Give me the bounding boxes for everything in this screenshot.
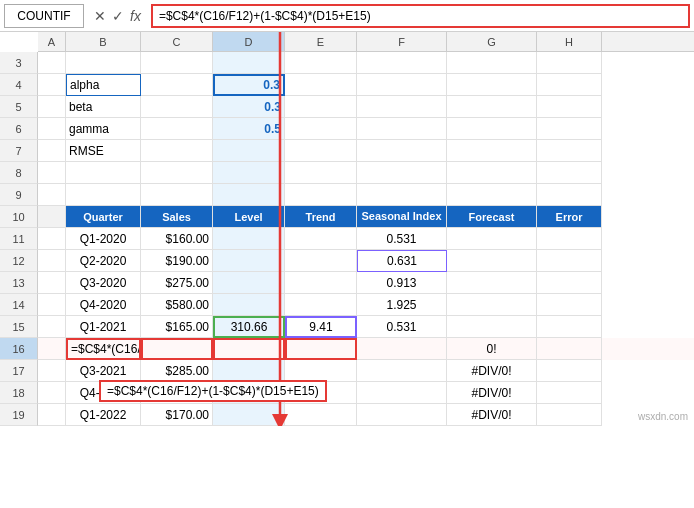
cell-3f	[357, 52, 447, 74]
table-row: 10 Quarter Sales Level Trend Seasonal In…	[0, 206, 694, 228]
cell-8h	[537, 162, 602, 184]
row-num: 6	[0, 118, 38, 140]
cell-14f: 1.925	[357, 294, 447, 316]
cell-17c: $285.00	[141, 360, 213, 382]
cell-7a	[38, 140, 66, 162]
cell-10c-sales: Sales	[141, 206, 213, 228]
cell-14g	[447, 294, 537, 316]
cell-4d[interactable]: 0.3	[213, 74, 285, 96]
cell-19g-error: #DIV/0!	[447, 404, 537, 426]
formula-tooltip-box: =$C$4*(C16/F12)+(1-$C$4)*(D15+E15)	[99, 380, 327, 402]
cell-3a	[38, 52, 66, 74]
table-row: 19 Q1-2022 $170.00 #DIV/0!	[0, 404, 694, 426]
cell-14h	[537, 294, 602, 316]
cell-5d[interactable]: 0.3	[213, 96, 285, 118]
col-header-d: D	[213, 32, 285, 51]
cell-11h	[537, 228, 602, 250]
cell-7d	[213, 140, 285, 162]
table-row: 16 =$C$4*(C16/F12)+(1-$C$4)*(D15+E15) 0!	[0, 338, 694, 360]
cell-14d	[213, 294, 285, 316]
cell-6h	[537, 118, 602, 140]
row-num: 18	[0, 382, 38, 404]
cell-5h	[537, 96, 602, 118]
cell-6a	[38, 118, 66, 140]
cell-7g	[447, 140, 537, 162]
table-row: 14 Q4-2020 $580.00 1.925	[0, 294, 694, 316]
cell-9h	[537, 184, 602, 206]
cell-7f	[357, 140, 447, 162]
cell-11d	[213, 228, 285, 250]
cell-6d[interactable]: 0.5	[213, 118, 285, 140]
cell-16g-result: 0!	[447, 338, 537, 360]
row-num: 7	[0, 140, 38, 162]
cell-12f: 0.631	[357, 250, 447, 272]
cell-5f	[357, 96, 447, 118]
cell-10a	[38, 206, 66, 228]
row-num: 3	[0, 52, 38, 74]
cancel-icon[interactable]: ✕	[94, 8, 106, 24]
cell-15a	[38, 316, 66, 338]
name-box[interactable]: COUNTIF	[4, 4, 84, 28]
cell-14b: Q4-2020	[66, 294, 141, 316]
cell-14c: $580.00	[141, 294, 213, 316]
formula-bar[interactable]: =$C$4*(C16/F12)+(1-$C$4)*(D15+E15)	[151, 4, 690, 28]
row-num: 9	[0, 184, 38, 206]
cell-3b	[66, 52, 141, 74]
cell-15d[interactable]: 310.66	[213, 316, 285, 338]
col-header-h: H	[537, 32, 602, 51]
table-row: 6 gamma 0.5	[0, 118, 694, 140]
cell-6b: gamma	[66, 118, 141, 140]
cell-19c: $170.00	[141, 404, 213, 426]
watermark: wsxdn.com	[638, 411, 688, 422]
table-row: 11 Q1-2020 $160.00 0.531	[0, 228, 694, 250]
table-row: 3	[0, 52, 694, 74]
cell-10d-level: Level	[213, 206, 285, 228]
cell-12b: Q2-2020	[66, 250, 141, 272]
cell-13b: Q3-2020	[66, 272, 141, 294]
cell-5b: beta	[66, 96, 141, 118]
cell-18h	[537, 382, 602, 404]
cell-13h	[537, 272, 602, 294]
cell-11c: $160.00	[141, 228, 213, 250]
cell-19e	[285, 404, 357, 426]
cell-7h	[537, 140, 602, 162]
cell-13g	[447, 272, 537, 294]
confirm-icon[interactable]: ✓	[112, 8, 124, 24]
cell-15c: $165.00	[141, 316, 213, 338]
cell-12e	[285, 250, 357, 272]
table-row: 15 Q1-2021 $165.00 310.66 9.41 0.531	[0, 316, 694, 338]
row-num: 13	[0, 272, 38, 294]
cell-15e[interactable]: 9.41	[285, 316, 357, 338]
cell-12a	[38, 250, 66, 272]
cell-15g	[447, 316, 537, 338]
cell-15b: Q1-2021	[66, 316, 141, 338]
row-num: 17	[0, 360, 38, 382]
cell-7b: RMSE	[66, 140, 141, 162]
top-bar: COUNTIF ✕ ✓ fx =$C$4*(C16/F12)+(1-$C$4)*…	[0, 0, 694, 32]
cell-5g	[447, 96, 537, 118]
cell-11g	[447, 228, 537, 250]
cell-13d	[213, 272, 285, 294]
cell-8a	[38, 162, 66, 184]
cell-9b	[66, 184, 141, 206]
col-header-c: C	[141, 32, 213, 51]
cell-12g	[447, 250, 537, 272]
cell-11e	[285, 228, 357, 250]
cell-17g-error: #DIV/0!	[447, 360, 537, 382]
cell-16d[interactable]	[213, 338, 285, 360]
cell-6c	[141, 118, 213, 140]
row-num: 4	[0, 74, 38, 96]
cell-4b[interactable]: alpha	[66, 74, 141, 96]
fx-icon[interactable]: fx	[130, 8, 141, 24]
cell-15f: 0.531	[357, 316, 447, 338]
cell-11a	[38, 228, 66, 250]
row-num: 14	[0, 294, 38, 316]
cell-17a	[38, 360, 66, 382]
cell-16b-formula[interactable]: =$C$4*(C16/F12)+(1-$C$4)*(D15+E15)	[66, 338, 141, 360]
cell-11f: 0.531	[357, 228, 447, 250]
table-row: 13 Q3-2020 $275.00 0.913	[0, 272, 694, 294]
cell-10b-quarter: Quarter	[66, 206, 141, 228]
col-headers: A B C D E F G H	[38, 32, 694, 52]
cell-17d	[213, 360, 285, 382]
cell-5e	[285, 96, 357, 118]
